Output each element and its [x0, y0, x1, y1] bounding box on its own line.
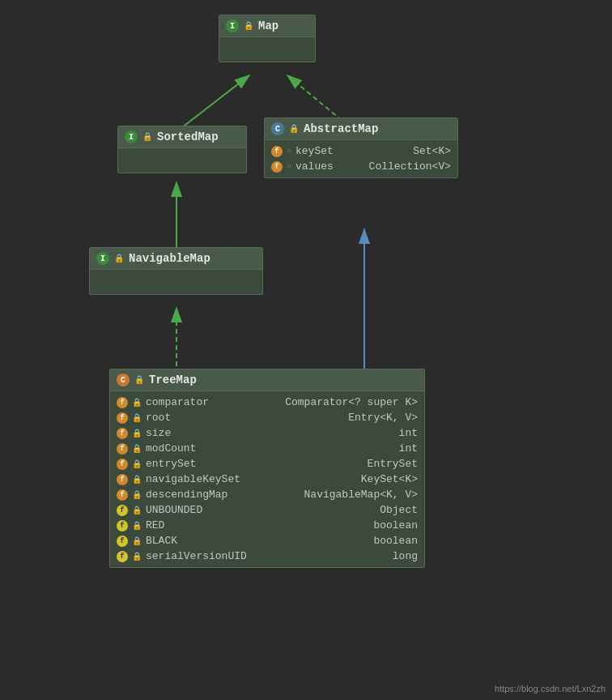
- tree-map-field-entryset: f 🔒 entrySet EntrySet: [117, 456, 418, 472]
- navigable-map-class-box: I 🔒 NavigableMap: [89, 247, 263, 295]
- tree-map-field-modcount: f 🔒 modCount int: [117, 441, 418, 456]
- tree-map-field-unbounded: f 🔒 UNBOUNDED Object: [117, 502, 418, 518]
- field-icon-red: f: [117, 520, 128, 531]
- field-icon-values: f: [271, 161, 283, 173]
- navigable-map-lock-icon: 🔒: [114, 254, 124, 263]
- field-name-keyset: keySet: [295, 145, 334, 157]
- field-name-entryset: entrySet: [146, 458, 196, 470]
- abstract-map-class-box: C 🔒 AbstractMap f ○ keySet Set<K> f ○ va…: [264, 117, 458, 178]
- field-type-unbounded: Object: [380, 504, 418, 516]
- abstract-map-class-name: AbstractMap: [304, 122, 378, 135]
- diagram-container: I 🔒 Map I 🔒 SortedMap C 🔒 AbstractMap f …: [0, 0, 612, 700]
- field-name-navkeyset: navigableKeySet: [146, 473, 240, 485]
- field-type-root: Entry<K, V>: [348, 412, 418, 424]
- tree-map-field-root: f 🔒 root Entry<K, V>: [117, 410, 418, 425]
- field-name-red: RED: [146, 519, 164, 531]
- field-name-root: root: [146, 412, 171, 424]
- access-icon-navkeyset: 🔒: [132, 475, 142, 484]
- tree-map-field-navkeyset: f 🔒 navigableKeySet KeySet<K>: [117, 472, 418, 487]
- field-name-values: values: [295, 160, 334, 173]
- field-name-comparator: comparator: [146, 396, 209, 408]
- field-name-descmap: descendingMap: [146, 489, 227, 501]
- field-icon-black: f: [117, 536, 128, 547]
- access-icon-unbounded: 🔒: [132, 506, 142, 515]
- tree-map-class-name: TreeMap: [149, 373, 197, 386]
- access-icon-comparator: 🔒: [132, 398, 142, 408]
- field-type-serialversionuid: long: [393, 550, 418, 562]
- access-icon-values: ○: [287, 162, 291, 171]
- field-icon-entryset: f: [117, 459, 128, 470]
- access-icon-root: 🔒: [132, 413, 142, 423]
- tree-map-field-red: f 🔒 RED boolean: [117, 518, 418, 533]
- field-icon-serialversionuid: f: [117, 551, 128, 562]
- field-icon-modcount: f: [117, 443, 128, 455]
- navigable-map-type-icon: I: [96, 252, 109, 265]
- access-icon-keyset: ○: [287, 147, 291, 156]
- access-icon-serialversionuid: 🔒: [132, 552, 142, 561]
- access-icon-modcount: 🔒: [132, 444, 142, 454]
- map-class-box: I 🔒 Map: [219, 15, 316, 62]
- field-name-size: size: [146, 427, 171, 439]
- map-type-icon: I: [226, 19, 239, 32]
- tree-map-field-descmap: f 🔒 descendingMap NavigableMap<K, V>: [117, 487, 418, 502]
- tree-map-class-header: C 🔒 TreeMap: [110, 369, 424, 391]
- field-name-modcount: modCount: [146, 442, 196, 455]
- tree-map-type-icon: C: [117, 373, 130, 386]
- access-icon-black: 🔒: [132, 536, 142, 546]
- watermark: https://blog.csdn.net/Lxn2zh: [495, 684, 606, 694]
- svg-line-3: [181, 75, 249, 128]
- field-icon-descmap: f: [117, 489, 128, 501]
- abstract-map-lock-icon: 🔒: [289, 124, 299, 134]
- field-type-size: int: [399, 427, 418, 439]
- field-icon-unbounded: f: [117, 505, 128, 516]
- field-type-navkeyset: KeySet<K>: [361, 473, 418, 485]
- sorted-map-class-box: I 🔒 SortedMap: [117, 126, 247, 173]
- sorted-map-class-header: I 🔒 SortedMap: [118, 126, 246, 148]
- map-class-header: I 🔒 Map: [219, 15, 315, 37]
- map-class-body: [219, 37, 315, 62]
- field-icon-navkeyset: f: [117, 474, 128, 485]
- tree-map-field-size: f 🔒 size int: [117, 425, 418, 441]
- field-icon-keyset: f: [271, 146, 283, 157]
- field-icon-comparator: f: [117, 397, 128, 408]
- arrows-svg: [0, 0, 612, 700]
- field-type-modcount: int: [399, 442, 418, 455]
- sorted-map-type-icon: I: [125, 130, 138, 143]
- field-type-keyset: Set<K>: [413, 145, 451, 157]
- access-icon-red: 🔒: [132, 521, 142, 531]
- access-icon-descmap: 🔒: [132, 490, 142, 500]
- map-class-name: Map: [258, 19, 278, 32]
- field-name-black: BLACK: [146, 535, 177, 547]
- sorted-map-class-body: [118, 148, 246, 173]
- field-type-comparator: Comparator<? super K>: [285, 396, 418, 408]
- field-type-values: Collection<V>: [369, 160, 451, 173]
- abstract-map-type-icon: C: [271, 122, 284, 135]
- abstract-map-field-keyset: f ○ keySet Set<K>: [271, 143, 451, 159]
- sorted-map-class-name: SortedMap: [157, 130, 219, 143]
- tree-map-field-black: f 🔒 BLACK boolean: [117, 533, 418, 548]
- field-name-unbounded: UNBOUNDED: [146, 504, 202, 516]
- access-icon-entryset: 🔒: [132, 459, 142, 469]
- tree-map-class-box: C 🔒 TreeMap f 🔒 comparator Comparator<? …: [109, 369, 425, 568]
- tree-map-class-body: f 🔒 comparator Comparator<? super K> f 🔒…: [110, 391, 424, 567]
- tree-map-field-comparator: f 🔒 comparator Comparator<? super K>: [117, 395, 418, 410]
- tree-map-field-serialversionuid: f 🔒 serialVersionUID long: [117, 548, 418, 564]
- abstract-map-class-header: C 🔒 AbstractMap: [265, 118, 457, 140]
- abstract-map-field-values: f ○ values Collection<V>: [271, 159, 451, 174]
- field-type-red: boolean: [373, 519, 418, 531]
- field-icon-size: f: [117, 428, 128, 439]
- navigable-map-class-header: I 🔒 NavigableMap: [90, 248, 262, 270]
- field-name-serialversionuid: serialVersionUID: [146, 550, 247, 562]
- sorted-map-lock-icon: 🔒: [142, 132, 152, 142]
- field-icon-root: f: [117, 412, 128, 424]
- navigable-map-class-name: NavigableMap: [129, 252, 210, 265]
- access-icon-size: 🔒: [132, 429, 142, 438]
- field-type-entryset: EntrySet: [368, 458, 418, 470]
- field-type-descmap: NavigableMap<K, V>: [304, 489, 418, 501]
- abstract-map-class-body: f ○ keySet Set<K> f ○ values Collection<…: [265, 140, 457, 177]
- navigable-map-class-body: [90, 270, 262, 294]
- map-lock-icon: 🔒: [244, 21, 253, 31]
- tree-map-lock-icon: 🔒: [134, 375, 144, 385]
- field-type-black: boolean: [373, 535, 418, 547]
